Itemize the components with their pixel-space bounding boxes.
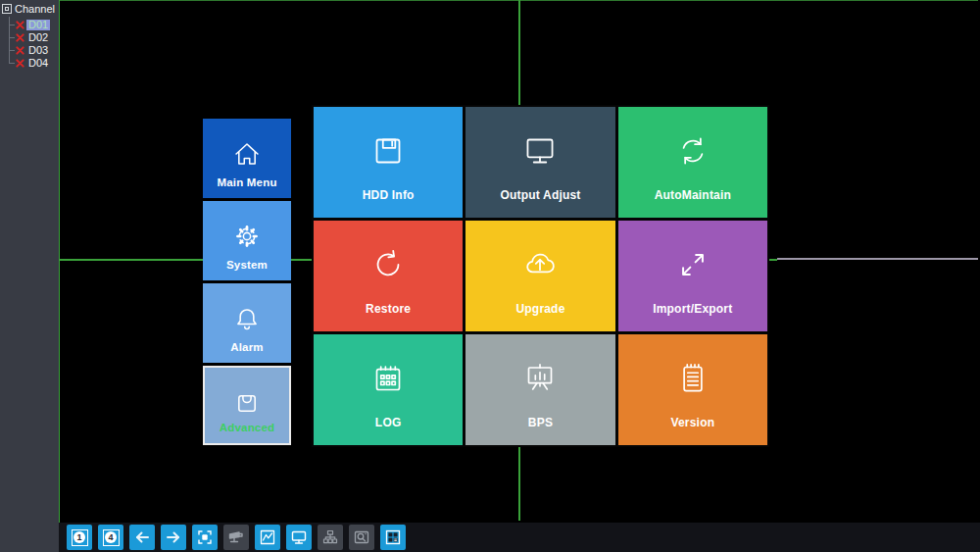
channel-tree: D01 D02 D03 D04 (9, 19, 59, 70)
home-icon (227, 134, 267, 174)
grid-tile-output-adjust[interactable]: Output Adjust (466, 107, 614, 218)
bell-icon (227, 299, 267, 338)
channel-label: D02 (26, 32, 50, 43)
menu-tile-label: Alarm (203, 341, 291, 353)
sync-icon (670, 128, 715, 174)
monitor-icon (517, 128, 563, 174)
channel-window-icon (2, 4, 12, 14)
chart-board-icon (517, 356, 563, 401)
taskbar: 1 4 (59, 523, 980, 552)
menu-tile-advanced[interactable]: Advanced (203, 366, 291, 445)
channel-label: D01 (26, 20, 50, 30)
grid-tile-label: BPS (466, 416, 614, 429)
menu-tile-label: Main Menu (203, 176, 291, 188)
network-tree-icon (321, 528, 339, 546)
channel-panel: Channel D01 D02 D03 D04 (0, 0, 59, 552)
clipboard-icon (670, 356, 715, 401)
grid-tile-label: Import/Export (618, 302, 767, 316)
x-offline-icon (16, 33, 24, 42)
liveview-horizontal-divider-right (777, 258, 978, 260)
stop-button[interactable] (192, 525, 218, 550)
view-count-badge: 1 (74, 531, 85, 543)
cloud-upload-icon (517, 242, 563, 287)
arrow-left-icon (133, 528, 151, 546)
menu-tile-main-menu[interactable]: Main Menu (203, 119, 291, 198)
view-1-icon: 1 (72, 529, 88, 546)
channel-item-d04[interactable]: D04 (9, 57, 59, 70)
advanced-menu-grid: HDD Info Output Adjust AutoMaintain Rest… (312, 105, 769, 447)
grid-tile-label: LOG (314, 416, 463, 429)
grid-tile-label: AutoMaintain (618, 188, 767, 202)
ptz-button[interactable] (223, 525, 249, 550)
diagonal-arrows-icon (670, 242, 715, 287)
monitor-icon (290, 528, 308, 546)
single-view-button[interactable]: 1 (67, 525, 92, 550)
channel-item-d02[interactable]: D02 (9, 31, 59, 44)
prev-screen-button[interactable] (129, 525, 155, 550)
menu-tile-alarm[interactable]: Alarm (203, 283, 291, 363)
menu-tile-system[interactable]: System (203, 201, 291, 280)
grid-tile-hdd-info[interactable]: HDD Info (314, 107, 463, 218)
floppy-disk-icon (366, 128, 411, 174)
arrow-right-icon (165, 528, 182, 546)
color-adjust-button[interactable] (255, 525, 280, 550)
channel-label: D04 (26, 58, 50, 69)
calendar-icon (366, 356, 411, 401)
quad-view-button[interactable]: 4 (98, 525, 123, 550)
gear-icon (227, 217, 267, 256)
grid-tile-label: Upgrade (466, 302, 614, 316)
next-screen-button[interactable] (161, 525, 186, 550)
grid-tile-label: HDD Info (314, 188, 463, 202)
channel-label: D03 (26, 45, 50, 56)
waveform-icon (259, 528, 276, 546)
channel-item-d03[interactable]: D03 (9, 44, 59, 57)
view-count-badge: 4 (105, 531, 117, 543)
grid-layout-icon (384, 528, 402, 546)
x-offline-icon (16, 59, 24, 68)
x-offline-icon (16, 46, 24, 55)
menu-tile-label: System (203, 259, 291, 271)
grid-tile-label: Output Adjust (466, 188, 614, 202)
grid-tile-import-export[interactable]: Import/Export (618, 221, 767, 331)
grid-tile-label: Restore (314, 302, 463, 316)
hdd-search-icon (353, 528, 370, 546)
restore-icon (366, 242, 411, 287)
storage-button[interactable] (349, 525, 374, 550)
channel-panel-title: Channel (15, 3, 55, 15)
quick-menu: Main Menu System Alarm Advanced (203, 119, 291, 448)
channel-item-d01[interactable]: D01 (9, 19, 59, 31)
x-offline-icon (16, 21, 24, 29)
view-4-icon: 4 (103, 529, 120, 546)
grid-tile-log[interactable]: LOG (314, 334, 463, 445)
channel-panel-header: Channel (0, 0, 59, 17)
layout-grid-button[interactable] (380, 525, 406, 550)
liveview-left-border (59, 0, 60, 523)
grid-tile-label: Version (618, 416, 767, 429)
display-button[interactable] (286, 525, 312, 550)
grid-tile-version[interactable]: Version (618, 334, 767, 445)
grid-tile-restore[interactable]: Restore (314, 221, 463, 331)
network-button[interactable] (318, 525, 343, 550)
menu-tile-label: Advanced (205, 422, 289, 433)
grid-tile-automaintain[interactable]: AutoMaintain (618, 107, 767, 218)
stop-icon (196, 528, 214, 546)
grid-tile-upgrade[interactable]: Upgrade (466, 221, 614, 331)
cctv-camera-icon (227, 528, 245, 546)
grid-tile-bps[interactable]: BPS (466, 334, 614, 445)
bag-icon (227, 383, 267, 423)
